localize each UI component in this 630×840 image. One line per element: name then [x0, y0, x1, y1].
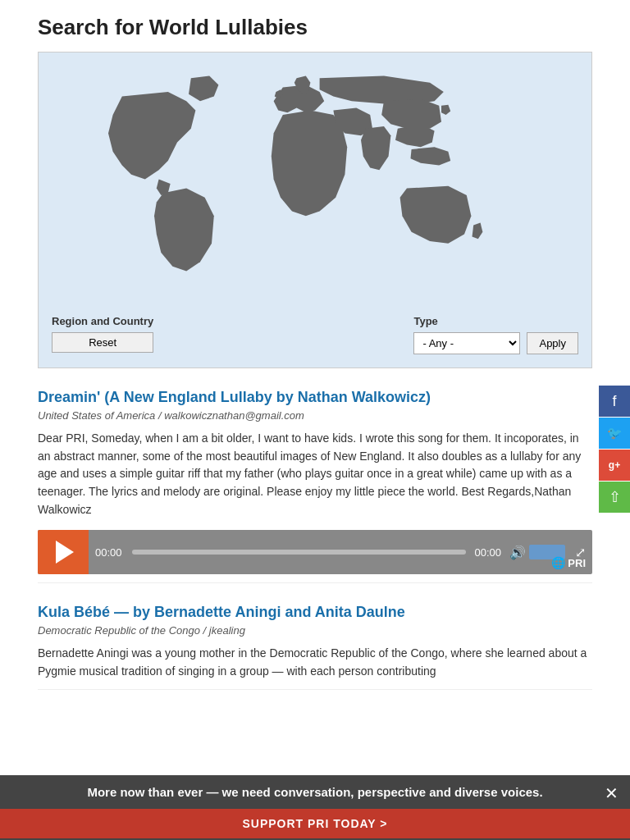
result-description: Bernadette Aningi was a young mother in …	[38, 645, 592, 680]
type-controls: - Any -AudioVideoText Apply	[413, 332, 578, 354]
apply-button[interactable]: Apply	[527, 332, 578, 354]
result-title-link[interactable]: Dreamin' (A New England Lullaby by Natha…	[38, 389, 431, 405]
map-filter-section: Region and Country Reset Type - Any -Aud…	[38, 52, 592, 368]
globe-icon: 🌐	[551, 556, 565, 569]
audio-time-end: 00:00	[469, 546, 506, 559]
result-meta: United States of America / walkowicznath…	[38, 409, 592, 422]
filter-row: Region and Country Reset Type - Any -Aud…	[47, 307, 583, 359]
play-icon	[56, 541, 74, 564]
result-title-link[interactable]: Kula Bébé — by Bernadette Aningi and Ani…	[38, 604, 405, 620]
result-title[interactable]: Kula Bébé — by Bernadette Aningi and Ani…	[38, 601, 592, 621]
results-section: Dreamin' (A New England Lullaby by Natha…	[0, 368, 630, 690]
audio-player[interactable]: 00:00 00:00 🔊 ⤢ 🌐 PRI	[38, 530, 592, 574]
result-title[interactable]: Dreamin' (A New England Lullaby by Natha…	[38, 386, 592, 406]
googleplus-icon: g+	[609, 459, 620, 471]
volume-icon[interactable]: 🔊	[506, 545, 529, 560]
result-meta: Democratic Republic of the Congo / jkeal…	[38, 624, 592, 637]
result-description: Dear PRI, Someday, when I am a bit older…	[38, 430, 592, 518]
social-sidebar: f 🐦 g+ ⇧	[599, 386, 630, 513]
pri-logo: 🌐 PRI	[551, 556, 586, 569]
type-label: Type	[413, 315, 578, 327]
region-label: Region and Country	[52, 315, 153, 327]
result-item: Dreamin' (A New England Lullaby by Natha…	[38, 368, 592, 583]
filter-region-section: Region and Country Reset	[52, 315, 153, 353]
googleplus-share-button[interactable]: g+	[599, 450, 630, 481]
facebook-share-button[interactable]: f	[599, 386, 630, 417]
audio-play-button[interactable]	[38, 530, 89, 574]
type-select[interactable]: - Any -AudioVideoText	[413, 332, 520, 354]
page-title: Search for World Lullabies	[0, 0, 630, 52]
pri-text: PRI	[568, 557, 586, 569]
filter-type-section: Type - Any -AudioVideoText Apply	[413, 315, 578, 354]
reset-button[interactable]: Reset	[52, 332, 153, 353]
twitter-share-button[interactable]: 🐦	[599, 418, 630, 449]
result-item: Kula Bébé — by Bernadette Aningi and Ani…	[38, 583, 592, 689]
share-button[interactable]: ⇧	[599, 482, 630, 513]
share-icon: ⇧	[609, 488, 621, 506]
audio-time-start: 00:00	[89, 546, 129, 559]
facebook-icon: f	[612, 393, 616, 410]
world-map[interactable]	[47, 61, 583, 307]
world-map-svg[interactable]	[57, 69, 573, 299]
twitter-icon: 🐦	[607, 426, 623, 441]
audio-progress-bar[interactable]	[132, 550, 467, 555]
